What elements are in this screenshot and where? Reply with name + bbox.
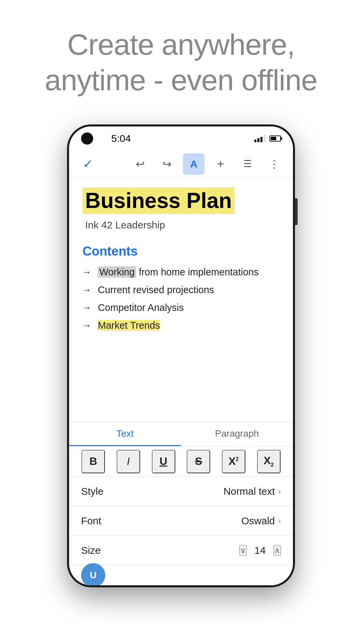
status-icons — [254, 135, 281, 142]
font-label: Font — [81, 515, 101, 527]
underline-button[interactable]: U — [152, 450, 175, 473]
subscript-icon: X2 — [263, 454, 274, 468]
section-heading: Contents — [82, 244, 280, 259]
page-header: Create anywhere,anytime - even offline — [0, 0, 362, 118]
arrow-icon: → — [82, 320, 91, 331]
formatting-panel: Text Paragraph B I U — [69, 422, 293, 585]
document-content: Business Plan Ink 42 Leadership Contents… — [69, 177, 293, 365]
document-toolbar: ✓ ↩ ↪ A + ☰ ⋮ — [69, 151, 293, 177]
underline-icon: U — [160, 455, 167, 468]
redo-icon: ↪ — [163, 158, 172, 170]
list-item-text: Current revised projections — [98, 284, 214, 296]
undo-icon: ↩ — [136, 158, 145, 170]
font-value: Oswald — [241, 515, 275, 527]
yellow-highlighted-text: Market Trends — [98, 320, 160, 331]
tab-paragraph-label: Paragraph — [215, 428, 259, 439]
camera-hole — [81, 132, 93, 145]
title-highlight: Business Plan — [82, 187, 235, 214]
chevron-right-icon: › — [278, 516, 281, 526]
checkmark-button[interactable]: ✓ — [77, 153, 99, 175]
tab-text-label: Text — [116, 428, 133, 439]
add-button[interactable]: + — [210, 153, 231, 175]
text-format-icon: A — [190, 158, 197, 170]
redo-button[interactable]: ↪ — [156, 153, 178, 175]
panel-tabs: Text Paragraph — [69, 422, 293, 446]
style-label: Style — [81, 486, 104, 497]
size-controls: ∨ 14 ∧ — [239, 545, 281, 556]
document-title: Business Plan — [85, 189, 232, 213]
superscript-button[interactable]: X2 — [222, 450, 245, 473]
size-value: 14 — [253, 545, 267, 556]
more-icon: ⋮ — [269, 158, 280, 170]
size-increase-button[interactable]: ∧ — [274, 545, 281, 556]
undo-button[interactable]: ↩ — [129, 153, 151, 175]
arrow-icon: → — [82, 303, 91, 313]
list-item: → Competitor Analysis — [82, 302, 280, 313]
battery-icon — [269, 136, 281, 142]
chevron-up-icon: ∧ — [274, 546, 280, 555]
arrow-icon: → — [82, 267, 91, 277]
checkmark-icon: ✓ — [83, 157, 93, 171]
list-item: → Market Trends — [82, 320, 280, 331]
tab-paragraph[interactable]: Paragraph — [181, 422, 293, 446]
user-avatar: U — [81, 563, 105, 585]
phone-wrapper: 5:04 ✓ ↩ — [0, 118, 362, 587]
list-item: → Current revised projections — [82, 284, 280, 296]
battery-fill — [271, 137, 276, 140]
more-options-button[interactable]: ⋮ — [263, 153, 285, 175]
bold-button[interactable]: B — [81, 450, 105, 473]
status-bar: 5:04 — [69, 126, 293, 151]
size-label: Size — [81, 545, 101, 556]
phone-screen: 5:04 ✓ ↩ — [69, 126, 293, 585]
add-icon: + — [217, 157, 224, 171]
font-value-container: Oswald › — [241, 515, 281, 527]
style-value: Normal text — [224, 486, 275, 497]
list-item: → Working from home implementations — [82, 267, 280, 278]
italic-icon: I — [127, 455, 130, 468]
signal-icon — [254, 135, 265, 142]
superscript-icon: X2 — [229, 455, 239, 468]
status-time: 5:04 — [111, 133, 131, 144]
chevron-right-icon: › — [278, 487, 281, 496]
list-item-text: Working from home implementations — [98, 267, 259, 278]
font-row[interactable]: Font Oswald › — [69, 506, 293, 536]
avatar-initial: U — [90, 570, 97, 581]
strikethrough-button[interactable]: S — [187, 450, 210, 473]
size-row[interactable]: Size ∨ 14 ∧ — [69, 536, 293, 565]
comment-button[interactable]: ☰ — [237, 153, 258, 175]
italic-button[interactable]: I — [117, 450, 140, 473]
style-row[interactable]: Style Normal text › — [69, 477, 293, 506]
list-item-text: Competitor Analysis — [98, 302, 184, 313]
bottom-avatar-area: U — [69, 565, 293, 585]
document-subtitle: Ink 42 Leadership — [82, 219, 280, 231]
list-item-text: Market Trends — [98, 320, 160, 331]
chevron-down-icon: ∨ — [240, 546, 246, 555]
subscript-button[interactable]: X2 — [257, 450, 281, 473]
bold-icon: B — [89, 455, 97, 468]
tab-text[interactable]: Text — [69, 422, 181, 446]
highlighted-word: Working — [98, 266, 136, 278]
format-buttons-row: B I U S X2 X2 — [69, 446, 293, 477]
text-format-button[interactable]: A — [183, 153, 204, 175]
style-value-container: Normal text › — [224, 486, 281, 497]
arrow-icon: → — [82, 285, 91, 295]
size-decrease-button[interactable]: ∨ — [239, 545, 247, 556]
strikethrough-icon: S — [195, 455, 202, 468]
tagline-text: Create anywhere,anytime - even offline — [20, 27, 342, 98]
comment-icon: ☰ — [243, 158, 252, 169]
phone-device: 5:04 ✓ ↩ — [67, 124, 295, 587]
